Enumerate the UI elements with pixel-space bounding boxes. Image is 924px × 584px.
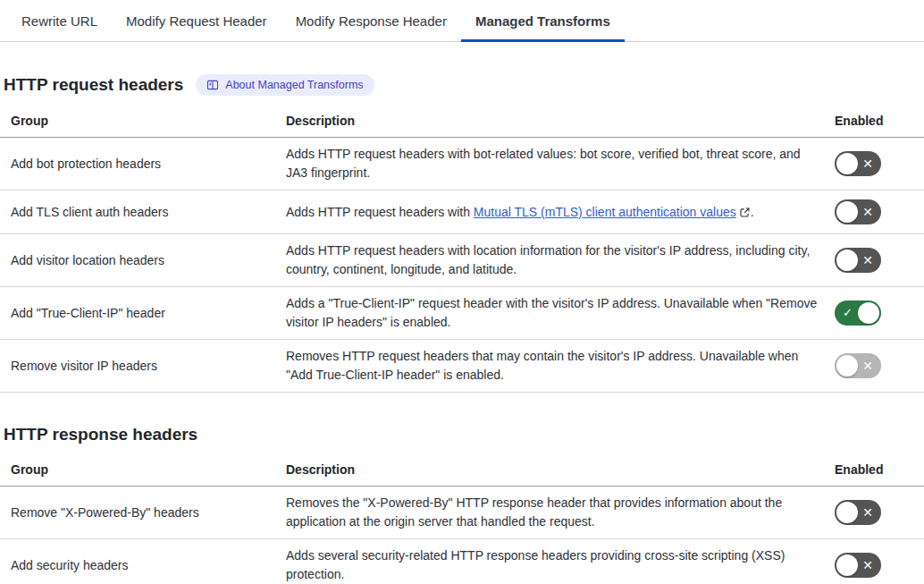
toggle-knob bbox=[836, 153, 858, 174]
group-cell: Add TLS client auth headers bbox=[11, 205, 286, 219]
table-row: Add visitor location headersAdds HTTP re… bbox=[0, 234, 924, 287]
x-icon: ✕ bbox=[862, 353, 873, 378]
section-title: HTTP request headers bbox=[4, 75, 183, 95]
column-header-description: Description bbox=[286, 462, 835, 477]
group-cell: Remove "X-Powered-By" headers bbox=[11, 505, 286, 520]
x-icon: ✕ bbox=[862, 248, 873, 273]
table-header-row: GroupDescriptionEnabled bbox=[0, 105, 924, 138]
tab-modify-response-header[interactable]: Modify Response Header bbox=[281, 0, 461, 41]
toggle-remove-x-powered-by-headers[interactable]: ✕ bbox=[835, 500, 881, 525]
table-row: Add security headersAdds several securit… bbox=[0, 539, 924, 584]
enabled-cell: ✕ bbox=[835, 353, 924, 378]
group-label: Add security headers bbox=[11, 558, 129, 572]
table-header-row: GroupDescriptionEnabled bbox=[0, 453, 924, 487]
column-header-enabled: Enabled bbox=[835, 114, 924, 128]
toggle-knob bbox=[836, 355, 858, 377]
enabled-cell: ✕ bbox=[835, 500, 924, 525]
description-cell: Removes the "X-Powered-By" HTTP response… bbox=[286, 494, 819, 531]
column-header-enabled: Enabled bbox=[835, 462, 924, 477]
toggle-knob bbox=[836, 201, 858, 223]
tab-modify-request-header[interactable]: Modify Request Header bbox=[112, 0, 281, 41]
section-title: HTTP response headers bbox=[4, 425, 197, 444]
table-row: Add bot protection headersAdds HTTP requ… bbox=[0, 138, 924, 190]
section-header: HTTP request headersAbout Managed Transf… bbox=[0, 74, 924, 96]
enabled-cell: ✓ bbox=[835, 300, 924, 326]
description-cell: Adds several security-related HTTP respo… bbox=[286, 546, 819, 584]
toggle-knob bbox=[836, 554, 858, 576]
group-cell: Add security headers bbox=[11, 558, 286, 572]
description-cell: Adds a "True-Client-IP" request header w… bbox=[286, 294, 819, 332]
table-row: Add "True-Client-IP" headerAdds a "True-… bbox=[0, 287, 924, 340]
description-text: Removes the "X-Powered-By" HTTP response… bbox=[286, 495, 782, 529]
group-cell: Add visitor location headers bbox=[11, 253, 286, 267]
external-link-icon bbox=[739, 207, 751, 218]
mutual-tls-mtls-client-authentication-values-link[interactable]: Mutual TLS (mTLS) client authentication … bbox=[474, 205, 736, 219]
enabled-cell: ✕ bbox=[835, 553, 924, 578]
tab-rewrite-url[interactable]: Rewrite URL bbox=[7, 0, 112, 41]
toggle-knob bbox=[836, 250, 858, 271]
group-label: Add TLS client auth headers bbox=[11, 205, 168, 219]
toggle-knob bbox=[858, 302, 879, 324]
book-icon bbox=[206, 79, 219, 91]
table-row: Remove visitor IP headersRemoves HTTP re… bbox=[0, 340, 924, 393]
enabled-cell: ✕ bbox=[835, 151, 924, 176]
x-icon: ✕ bbox=[862, 151, 873, 176]
toggle-add-true-client-ip-header[interactable]: ✓ bbox=[835, 300, 881, 326]
column-header-description: Description bbox=[286, 114, 835, 128]
toggle-remove-visitor-ip-headers: ✕ bbox=[835, 353, 881, 378]
group-cell: Add "True-Client-IP" header bbox=[11, 306, 286, 320]
description-text: Adds HTTP request headers with bot-relat… bbox=[286, 147, 801, 180]
about-managed-transforms-badge[interactable]: About Managed Transforms bbox=[196, 74, 374, 96]
x-icon: ✕ bbox=[862, 500, 873, 525]
group-label: Add visitor location headers bbox=[11, 253, 164, 267]
toggle-add-bot-protection-headers[interactable]: ✕ bbox=[835, 151, 881, 176]
x-icon: ✕ bbox=[862, 553, 873, 578]
group-label: Add "True-Client-IP" header bbox=[11, 306, 165, 320]
section-header: HTTP response headers bbox=[0, 425, 924, 444]
description-text: Adds several security-related HTTP respo… bbox=[286, 548, 785, 581]
toggle-add-visitor-location-headers[interactable]: ✕ bbox=[835, 248, 881, 273]
check-icon: ✓ bbox=[843, 300, 853, 326]
enabled-cell: ✕ bbox=[835, 248, 924, 273]
badge-label: About Managed Transforms bbox=[225, 79, 363, 91]
group-label: Add bot protection headers bbox=[11, 157, 161, 171]
group-label: Remove visitor IP headers bbox=[11, 359, 157, 373]
tab-bar: Rewrite URLModify Request HeaderModify R… bbox=[0, 0, 924, 42]
toggle-knob bbox=[836, 502, 858, 523]
tab-managed-transforms[interactable]: Managed Transforms bbox=[461, 0, 625, 41]
column-header-group: Group bbox=[11, 114, 286, 128]
description-cell: Removes HTTP request headers that may co… bbox=[286, 347, 819, 385]
toggle-add-tls-client-auth-headers[interactable]: ✕ bbox=[835, 199, 881, 224]
toggle-add-security-headers[interactable]: ✕ bbox=[835, 553, 881, 578]
description-cell: Adds HTTP request headers with Mutual TL… bbox=[286, 203, 819, 222]
table-row: Remove "X-Powered-By" headersRemoves the… bbox=[0, 487, 924, 539]
group-label: Remove "X-Powered-By" headers bbox=[11, 505, 199, 520]
description-text: Removes HTTP request headers that may co… bbox=[286, 349, 798, 382]
group-cell: Remove visitor IP headers bbox=[11, 359, 286, 373]
x-icon: ✕ bbox=[862, 199, 873, 224]
group-cell: Add bot protection headers bbox=[11, 157, 286, 171]
description-text: Adds a "True-Client-IP" request header w… bbox=[286, 296, 817, 329]
column-header-group: Group bbox=[11, 462, 286, 477]
managed-transforms-content: HTTP request headersAbout Managed Transf… bbox=[0, 74, 924, 584]
description-cell: Adds HTTP request headers with bot-relat… bbox=[286, 145, 819, 182]
description-text: Adds HTTP request headers with location … bbox=[286, 243, 810, 276]
description-cell: Adds HTTP request headers with location … bbox=[286, 241, 819, 279]
enabled-cell: ✕ bbox=[835, 199, 924, 224]
table-row: Add TLS client auth headersAdds HTTP req… bbox=[0, 190, 924, 234]
